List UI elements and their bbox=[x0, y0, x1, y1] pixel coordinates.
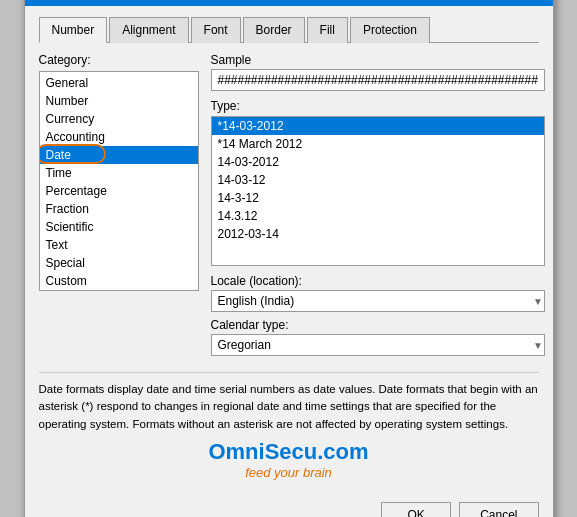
locale-row: Locale (location): English (India) Engli… bbox=[211, 274, 545, 312]
watermark: OmniSecu.com feed your brain bbox=[39, 439, 539, 480]
ok-button[interactable]: OK bbox=[381, 502, 451, 517]
type-label: Type: bbox=[211, 99, 545, 113]
tab-alignment[interactable]: Alignment bbox=[109, 17, 188, 43]
calendar-row: Calendar type: Gregorian Hijri Hebrew ▼ bbox=[211, 318, 545, 356]
category-currency[interactable]: Currency bbox=[40, 110, 198, 128]
cancel-button[interactable]: Cancel bbox=[459, 502, 538, 517]
category-time[interactable]: Time bbox=[40, 164, 198, 182]
date-circle-wrapper: Date bbox=[40, 146, 198, 164]
type-item-1[interactable]: *14 March 2012 bbox=[212, 135, 544, 153]
calendar-select[interactable]: Gregorian Hijri Hebrew bbox=[211, 334, 545, 356]
type-item-3[interactable]: 14-03-12 bbox=[212, 171, 544, 189]
right-panel: Sample #################################… bbox=[211, 53, 545, 362]
type-item-6[interactable]: 2012-03-14 bbox=[212, 225, 544, 243]
brand-colored: Secu bbox=[265, 439, 318, 464]
locale-label: Locale (location): bbox=[211, 274, 545, 288]
format-cells-dialog: Format Cells ? ✕ Number Alignment Font B… bbox=[24, 0, 554, 517]
category-fraction[interactable]: Fraction bbox=[40, 200, 198, 218]
type-item-4[interactable]: 14-3-12 bbox=[212, 189, 544, 207]
category-label: Category: bbox=[39, 53, 199, 67]
category-general[interactable]: General bbox=[40, 74, 198, 92]
tab-content: Category: General Number Currency Accoun… bbox=[39, 53, 539, 362]
calendar-label: Calendar type: bbox=[211, 318, 545, 332]
tab-number[interactable]: Number bbox=[39, 17, 108, 43]
category-scientific[interactable]: Scientific bbox=[40, 218, 198, 236]
sample-value: ########################################… bbox=[211, 69, 545, 91]
category-number[interactable]: Number bbox=[40, 92, 198, 110]
type-item-5[interactable]: 14.3.12 bbox=[212, 207, 544, 225]
calendar-select-wrapper: Gregorian Hijri Hebrew ▼ bbox=[211, 334, 545, 356]
tab-border[interactable]: Border bbox=[243, 17, 305, 43]
category-special[interactable]: Special bbox=[40, 254, 198, 272]
type-list[interactable]: *14-03-2012 *14 March 2012 14-03-2012 14… bbox=[211, 116, 545, 266]
category-panel: Category: General Number Currency Accoun… bbox=[39, 53, 199, 362]
tab-fill[interactable]: Fill bbox=[307, 17, 348, 43]
watermark-tagline: feed your brain bbox=[39, 465, 539, 480]
dialog-footer: OK Cancel bbox=[25, 496, 553, 517]
category-text[interactable]: Text bbox=[40, 236, 198, 254]
locale-select-wrapper: English (India) English (US) English (UK… bbox=[211, 290, 545, 312]
description-text: Date formats display date and time seria… bbox=[39, 372, 539, 433]
sample-label: Sample bbox=[211, 53, 545, 67]
type-item-0[interactable]: *14-03-2012 bbox=[212, 117, 544, 135]
category-accounting[interactable]: Accounting bbox=[40, 128, 198, 146]
category-list[interactable]: General Number Currency Accounting Date … bbox=[39, 71, 199, 291]
brand-plain: Omni bbox=[208, 439, 264, 464]
type-item-2[interactable]: 14-03-2012 bbox=[212, 153, 544, 171]
category-custom[interactable]: Custom bbox=[40, 272, 198, 290]
category-percentage[interactable]: Percentage bbox=[40, 182, 198, 200]
watermark-brand: OmniSecu.com bbox=[39, 439, 539, 465]
tab-protection[interactable]: Protection bbox=[350, 17, 430, 43]
locale-select[interactable]: English (India) English (US) English (UK… bbox=[211, 290, 545, 312]
category-date[interactable]: Date bbox=[40, 146, 198, 164]
dialog-body: Number Alignment Font Border Fill Protec… bbox=[25, 6, 553, 496]
brand-tld: .com bbox=[317, 439, 368, 464]
tab-font[interactable]: Font bbox=[191, 17, 241, 43]
tab-bar: Number Alignment Font Border Fill Protec… bbox=[39, 16, 539, 43]
